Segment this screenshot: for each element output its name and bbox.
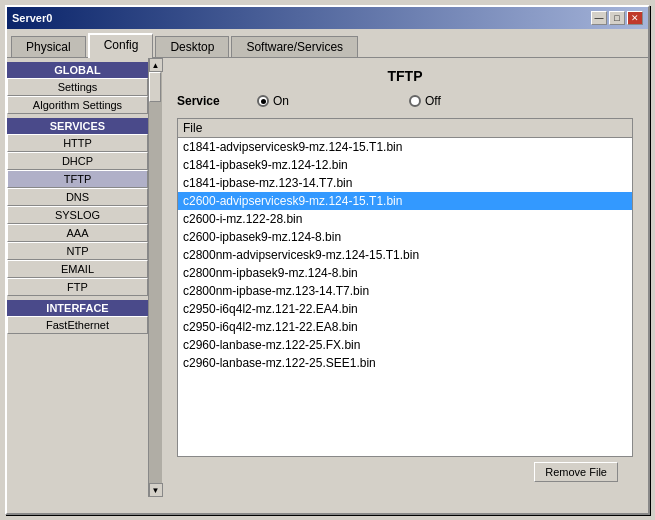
sidebar-ntp-button[interactable]: NTP xyxy=(7,242,148,260)
file-list-container: File c1841-advipservicesk9-mz.124-15.T1.… xyxy=(177,118,633,457)
sidebar-http-button[interactable]: HTTP xyxy=(7,134,148,152)
file-list[interactable]: c1841-advipservicesk9-mz.124-15.T1.binc1… xyxy=(178,138,632,456)
scroll-down-arrow[interactable]: ▼ xyxy=(149,483,163,497)
list-item[interactable]: c2600-i-mz.122-28.bin xyxy=(178,210,632,228)
service-row: Service On Off xyxy=(177,94,633,108)
list-item[interactable]: c1841-ipbasek9-mz.124-12.bin xyxy=(178,156,632,174)
list-item[interactable]: c2600-advipservicesk9-mz.124-15.T1.bin xyxy=(178,192,632,210)
list-item[interactable]: c2950-i6q4l2-mz.121-22.EA4.bin xyxy=(178,300,632,318)
sidebar-dns-button[interactable]: DNS xyxy=(7,188,148,206)
sidebar-algorithm-settings-button[interactable]: Algorithm Settings xyxy=(7,96,148,114)
tab-physical[interactable]: Physical xyxy=(11,36,86,57)
window-title: Server0 xyxy=(12,12,52,24)
radio-off[interactable]: Off xyxy=(409,94,441,108)
tab-config[interactable]: Config xyxy=(88,33,154,58)
list-item[interactable]: c2800nm-ipbasek9-mz.124-8.bin xyxy=(178,264,632,282)
radio-on[interactable]: On xyxy=(257,94,289,108)
scroll-up-arrow[interactable]: ▲ xyxy=(149,58,163,72)
tab-bar: Physical Config Desktop Software/Service… xyxy=(7,29,648,57)
remove-file-button[interactable]: Remove File xyxy=(534,462,618,482)
radio-off-circle[interactable] xyxy=(409,95,421,107)
list-item[interactable]: c1841-ipbase-mz.123-14.T7.bin xyxy=(178,174,632,192)
sidebar-content: GLOBAL Settings Algorithm Settings SERVI… xyxy=(7,58,148,497)
sidebar-global-header: GLOBAL xyxy=(7,62,148,78)
list-item[interactable]: c2800nm-advipservicesk9-mz.124-15.T1.bin xyxy=(178,246,632,264)
sidebar-tftp-button[interactable]: TFTP xyxy=(7,170,148,188)
sidebar-interface-header: INTERFACE xyxy=(7,300,148,316)
sidebar-fastethernet-button[interactable]: FastEthernet xyxy=(7,316,148,334)
sidebar-scrollbar[interactable]: ▲ ▼ xyxy=(148,58,162,497)
title-bar: Server0 — □ ✕ xyxy=(7,7,648,29)
sidebar-settings-button[interactable]: Settings xyxy=(7,78,148,96)
scroll-track xyxy=(149,72,162,483)
sidebar-syslog-button[interactable]: SYSLOG xyxy=(7,206,148,224)
tab-software-services[interactable]: Software/Services xyxy=(231,36,358,57)
sidebar-services-header: SERVICES xyxy=(7,118,148,134)
close-button[interactable]: ✕ xyxy=(627,11,643,25)
list-item[interactable]: c2800nm-ipbase-mz.123-14.T7.bin xyxy=(178,282,632,300)
sidebar-ftp-button[interactable]: FTP xyxy=(7,278,148,296)
radio-group: On Off xyxy=(257,94,441,108)
bottom-bar: Remove File xyxy=(177,457,633,487)
list-item[interactable]: c1841-advipservicesk9-mz.124-15.T1.bin xyxy=(178,138,632,156)
minimize-button[interactable]: — xyxy=(591,11,607,25)
list-item[interactable]: c2950-i6q4l2-mz.121-22.EA8.bin xyxy=(178,318,632,336)
maximize-button[interactable]: □ xyxy=(609,11,625,25)
sidebar-email-button[interactable]: EMAIL xyxy=(7,260,148,278)
service-label: Service xyxy=(177,94,237,108)
main-panel: TFTP Service On Off File xyxy=(162,58,648,497)
scroll-thumb[interactable] xyxy=(149,72,161,102)
radio-on-circle[interactable] xyxy=(257,95,269,107)
list-item[interactable]: c2960-lanbase-mz.122-25.SEE1.bin xyxy=(178,354,632,372)
tab-desktop[interactable]: Desktop xyxy=(155,36,229,57)
radio-off-label: Off xyxy=(425,94,441,108)
radio-on-label: On xyxy=(273,94,289,108)
main-window: Server0 — □ ✕ Physical Config Desktop So… xyxy=(5,5,650,515)
list-item[interactable]: c2960-lanbase-mz.122-25.FX.bin xyxy=(178,336,632,354)
sidebar-dhcp-button[interactable]: DHCP xyxy=(7,152,148,170)
content-area: GLOBAL Settings Algorithm Settings SERVI… xyxy=(7,57,648,497)
title-bar-buttons: — □ ✕ xyxy=(591,11,643,25)
sidebar: GLOBAL Settings Algorithm Settings SERVI… xyxy=(7,58,162,497)
sidebar-aaa-button[interactable]: AAA xyxy=(7,224,148,242)
panel-title: TFTP xyxy=(177,68,633,84)
list-item[interactable]: c2600-ipbasek9-mz.124-8.bin xyxy=(178,228,632,246)
file-list-header: File xyxy=(178,119,632,138)
